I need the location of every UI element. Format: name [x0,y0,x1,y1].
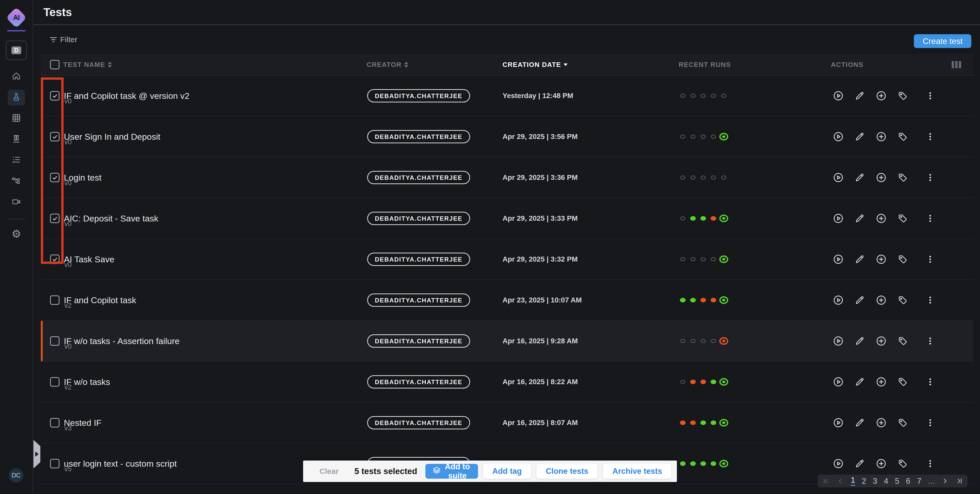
first-page-button[interactable] [822,477,830,485]
filter-button[interactable]: Filter [50,35,77,44]
run-test-button[interactable] [833,295,844,306]
sidebar-item-tests[interactable] [8,90,25,105]
run-test-button[interactable] [833,90,844,101]
table-row[interactable]: IF w/o tasks - Assertion failure v0 DEBA… [41,321,974,362]
sidebar-item-data-tables[interactable] [8,111,25,126]
tag-test-button[interactable] [897,172,908,183]
more-options-button[interactable] [924,376,936,387]
edit-test-button[interactable] [854,172,865,183]
tag-test-button[interactable] [897,213,908,224]
clone-tests-button[interactable]: Clone tests [536,464,598,479]
page-number-3[interactable]: 3 [873,477,877,485]
test-name[interactable]: AIC: Deposit - Save task [64,214,158,223]
row-checkbox[interactable] [50,214,59,223]
page-number-7[interactable]: 7 [917,477,921,485]
more-options-button[interactable] [924,458,936,469]
edit-test-button[interactable] [854,253,865,265]
header-creator[interactable]: CREATOR [367,61,408,69]
edit-test-button[interactable] [854,335,865,347]
prev-page-button[interactable] [837,477,844,485]
table-row[interactable]: User Sign In and Deposit v0 DEBADITYA.CH… [41,116,974,157]
sidebar-item-recordings[interactable] [8,194,25,210]
tag-test-button[interactable] [897,376,908,387]
header-creation-date[interactable]: CREATION DATE [503,61,568,69]
table-row[interactable]: IF and Copilot task v2 DEBADITYA.CHATTER… [41,280,974,321]
page-number-2[interactable]: 2 [862,477,866,485]
next-page-button[interactable] [941,477,949,485]
edit-test-button[interactable] [854,417,865,429]
last-page-button[interactable] [956,477,963,485]
run-test-button[interactable] [833,213,844,224]
sidebar-item-settings[interactable]: ⚙ [8,226,25,242]
edit-test-button[interactable] [854,213,865,224]
run-test-button[interactable] [833,253,844,265]
add-to-suite-icon-button[interactable] [875,90,887,101]
edit-test-button[interactable] [854,376,865,387]
row-checkbox[interactable] [50,173,59,182]
test-name[interactable]: IF and Copilot task [64,295,136,305]
test-name[interactable]: IF and Copilot task @ version v2 [64,91,189,101]
row-checkbox[interactable] [50,377,59,387]
run-test-button[interactable] [833,335,844,347]
row-checkbox[interactable] [50,255,59,264]
table-row[interactable]: Login test v0 DEBADITYA.CHATTERJEE Apr 2… [41,157,974,198]
edit-test-button[interactable] [854,295,865,306]
table-row[interactable]: AIC: Deposit - Save task v0 DEBADITYA.CH… [41,198,974,239]
add-to-suite-icon-button[interactable] [875,376,887,387]
run-test-button[interactable] [833,172,844,183]
user-avatar[interactable]: DC [9,468,23,483]
more-options-button[interactable] [924,295,936,306]
table-row[interactable]: Nested IF v3 DEBADITYA.CHATTERJEE Apr 16… [41,403,974,443]
tag-test-button[interactable] [897,295,908,306]
table-row[interactable]: IF w/o tasks v2 DEBADITYA.CHATTERJEE Apr… [41,362,974,403]
edit-test-button[interactable] [854,90,865,101]
row-checkbox[interactable] [50,336,59,346]
add-to-suite-icon-button[interactable] [875,417,887,429]
add-to-suite-icon-button[interactable] [875,335,887,347]
test-name[interactable]: User Sign In and Deposit [64,132,161,142]
more-options-button[interactable] [924,335,936,347]
page-number-5[interactable]: 5 [895,477,899,485]
more-options-button[interactable] [924,253,936,265]
more-options-button[interactable] [924,172,936,183]
sidebar-item-checklist[interactable] [8,153,25,168]
add-to-suite-icon-button[interactable] [875,131,887,142]
sidebar-item-samples[interactable] [8,132,25,147]
row-checkbox[interactable] [50,418,59,428]
page-number-4[interactable]: 4 [884,477,888,485]
tag-test-button[interactable] [897,131,908,142]
test-name[interactable]: IF w/o tasks - Assertion failure [64,336,180,346]
archive-tests-button[interactable]: Archive tests [603,464,671,479]
tag-test-button[interactable] [897,458,908,469]
add-to-suite-icon-button[interactable] [875,213,887,224]
run-test-button[interactable] [833,131,844,142]
add-to-suite-icon-button[interactable] [875,458,887,469]
row-checkbox[interactable] [50,91,59,100]
more-options-button[interactable] [924,90,936,101]
add-to-suite-icon-button[interactable] [875,253,887,265]
more-options-button[interactable] [924,213,936,224]
select-all-checkbox[interactable] [50,60,59,70]
table-row[interactable]: IF and Copilot task @ version v2 v0 DEBA… [41,76,974,116]
row-checkbox[interactable] [50,296,59,305]
edit-test-button[interactable] [854,131,865,142]
clear-selection-button[interactable]: Clear [320,467,339,476]
more-options-button[interactable] [924,131,936,142]
more-options-button[interactable] [924,417,936,429]
run-test-button[interactable] [833,417,844,429]
tag-test-button[interactable] [897,253,908,265]
page-number-1[interactable]: 1 [851,476,855,486]
run-test-button[interactable] [833,458,844,469]
row-checkbox[interactable] [50,459,59,469]
page-number-6[interactable]: 6 [906,477,910,485]
tag-test-button[interactable] [897,90,908,101]
test-name[interactable]: user login text - custom script [64,459,177,469]
edit-test-button[interactable] [854,458,865,469]
create-test-button[interactable]: Create test [914,34,971,48]
add-to-suite-icon-button[interactable] [875,172,887,183]
sidebar-item-home[interactable] [8,69,25,84]
run-test-button[interactable] [833,376,844,387]
tag-test-button[interactable] [897,335,908,347]
add-tag-button[interactable]: Add tag [483,464,531,479]
add-to-suite-icon-button[interactable] [875,295,887,306]
